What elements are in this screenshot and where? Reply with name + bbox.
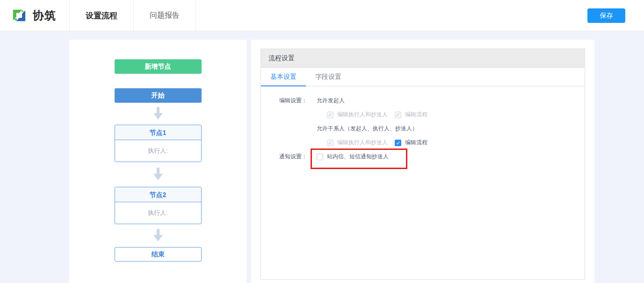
nav-tab-label: 问题报告: [150, 11, 180, 21]
tab-field-settings[interactable]: 字段设置: [306, 68, 351, 86]
checkbox-label: 编辑执行人和抄送人: [337, 111, 388, 119]
app-logo[interactable]: 协筑: [0, 0, 69, 31]
arrow-down-icon: [152, 229, 164, 242]
save-button[interactable]: 保存: [587, 8, 625, 23]
node-title: 节点1: [115, 125, 201, 140]
flow-node-end[interactable]: 结束: [115, 247, 202, 262]
checkbox-label: 站内信、短信通知抄送人: [327, 153, 389, 161]
brand-hexagon-icon: [9, 5, 29, 26]
notify-settings-row: 通知设置： 站内信、短信通知抄送人: [279, 153, 585, 161]
checkbox-checked-icon[interactable]: [395, 140, 401, 146]
start-node-button[interactable]: 开始: [115, 88, 202, 103]
nav-tab-problem-report[interactable]: 问题报告: [133, 0, 196, 31]
checkbox-item-edit-executor-cc[interactable]: 编辑执行人和抄送人: [327, 111, 388, 119]
allow-initiator-heading: 允许发起人: [317, 97, 434, 105]
process-settings-card: 流程设置 基本设置 字段设置 编辑设置： 允许发起人 编辑执行人和抄送人: [260, 49, 585, 280]
checkbox-checked-disabled-icon[interactable]: [327, 140, 333, 146]
notify-settings-content: 站内信、短信通知抄送人: [317, 153, 389, 161]
checkbox-item-edit-process[interactable]: 编辑流程: [395, 111, 427, 119]
checkbox-checked-disabled-icon[interactable]: [395, 112, 401, 118]
checkbox-label: 编辑流程: [405, 111, 427, 119]
initiator-checkbox-row: 编辑执行人和抄送人 编辑流程: [327, 111, 434, 119]
tab-basic-settings[interactable]: 基本设置: [261, 68, 306, 86]
flow-node-1[interactable]: 节点1 执行人:: [115, 125, 202, 162]
arrow-down-icon: [152, 107, 164, 120]
top-navbar: 协筑 设置流程 问题报告 保存: [0, 0, 644, 31]
stakeholder-checkbox-row: 编辑执行人和抄送人 编辑流程: [327, 139, 434, 147]
checkbox-checked-disabled-icon[interactable]: [327, 112, 333, 118]
checkbox-item-edit-process[interactable]: 编辑流程: [395, 139, 427, 147]
edit-settings-label: 编辑设置：: [279, 97, 307, 147]
brand-name: 协筑: [33, 8, 56, 23]
flow-node-2[interactable]: 节点2 执行人:: [115, 187, 202, 224]
node-title: 节点2: [115, 187, 201, 202]
settings-panel: 流程设置 基本设置 字段设置 编辑设置： 允许发起人 编辑执行人和抄送人: [251, 40, 594, 283]
node-executor-label: 执行人:: [115, 140, 201, 162]
checkbox-label: 编辑执行人和抄送人: [337, 139, 388, 147]
edit-settings-content: 允许发起人 编辑执行人和抄送人 编辑流程 允许干系人（发起人、执行人、抄送人）: [317, 97, 434, 147]
nav-tab-set-process[interactable]: 设置流程: [69, 0, 133, 31]
settings-tabs: 基本设置 字段设置: [261, 68, 585, 86]
workflow-panel: 新增节点 开始 节点1 执行人: 节点2 执行人: 结束: [69, 40, 246, 283]
arrow-down-icon: [152, 168, 164, 181]
card-title: 流程设置: [261, 49, 585, 68]
checkbox-label: 编辑流程: [405, 139, 427, 147]
edit-settings-row: 编辑设置： 允许发起人 编辑执行人和抄送人 编辑流程 允许干系人（发起人、: [279, 97, 585, 147]
checkbox-unchecked-icon[interactable]: [317, 154, 323, 160]
settings-body: 编辑设置： 允许发起人 编辑执行人和抄送人 编辑流程 允许干系人（发起人、: [261, 86, 585, 161]
notify-settings-label: 通知设置：: [279, 153, 307, 161]
node-executor-label: 执行人:: [115, 202, 201, 224]
add-node-button[interactable]: 新增节点: [115, 59, 202, 74]
checkbox-item-edit-executor-cc[interactable]: 编辑执行人和抄送人: [327, 139, 388, 147]
nav-tab-label: 设置流程: [86, 10, 117, 21]
checkbox-item-notify-cc[interactable]: 站内信、短信通知抄送人: [317, 153, 389, 161]
allow-stakeholder-heading: 允许干系人（发起人、执行人、抄送人）: [317, 125, 434, 133]
